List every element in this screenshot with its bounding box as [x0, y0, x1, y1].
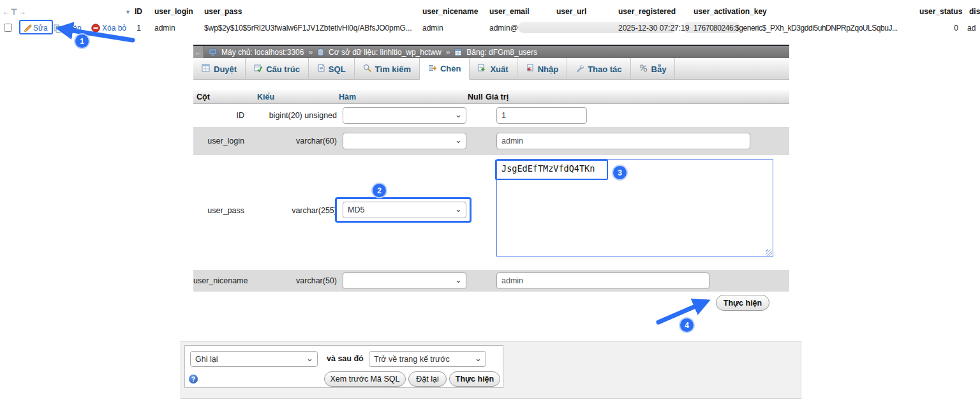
sort-desc-icon[interactable]: ▼: [125, 9, 131, 15]
insert-action-select-wrap: Ghi lại: [190, 351, 318, 367]
browse-table-icon: [202, 64, 210, 74]
structure-icon: [254, 64, 262, 74]
field-label: user_nicename: [193, 276, 244, 285]
col-header-user-status[interactable]: user_status: [919, 7, 962, 16]
import-icon: [526, 64, 534, 74]
edit-highlight-box: [19, 20, 53, 34]
field-type: varchar(255): [251, 206, 337, 215]
table-icon: [454, 48, 462, 56]
field-type: bigint(20) unsigned: [251, 111, 337, 120]
go-button[interactable]: Thực hiện: [716, 295, 769, 311]
field-label: ID: [193, 111, 244, 120]
triggers-icon: [639, 64, 648, 74]
delete-icon: [91, 24, 100, 34]
field-type: varchar(50): [251, 276, 337, 285]
wrench-icon: [575, 64, 584, 74]
breadcrumb-separator: »: [446, 48, 450, 57]
value-input-user-nicename[interactable]: [496, 272, 709, 289]
function-select-user-nicename[interactable]: [343, 272, 466, 289]
function-select-user-login[interactable]: [343, 133, 466, 149]
tab-search[interactable]: Tìm kiếm: [355, 58, 420, 80]
tab-structure[interactable]: Cấu trúc: [246, 58, 309, 80]
form-row-user-nicename: user_nicename varchar(50): [193, 270, 789, 292]
cell-user-registered: 2025-12-30 07:27:19: [618, 24, 689, 33]
delete-link[interactable]: Xóa bỏ: [102, 24, 126, 33]
field-label: user_login: [193, 137, 244, 145]
tab-triggers[interactable]: Bẫy: [631, 58, 676, 80]
password-text-highlight-box: [495, 160, 608, 180]
breadcrumb: ← Máy chủ: localhost:3306 » Cơ sở dữ liệ…: [193, 45, 789, 58]
cell-user-login: admin: [154, 24, 175, 33]
after-insert-select[interactable]: Trở về trang kế trước: [369, 351, 486, 367]
value-input-id[interactable]: [496, 107, 587, 124]
step-badge-3: 3: [613, 166, 627, 179]
col-header-user-registered[interactable]: user_registered: [618, 7, 676, 16]
export-icon: [478, 64, 486, 74]
field-label: user_pass: [193, 206, 244, 215]
insert-options-box: Ghi lại và sau đó Trở về trang kế trước …: [184, 345, 503, 388]
form-row-user-login: user_login varchar(60): [193, 127, 789, 155]
cell-id: 1: [132, 24, 141, 33]
back-arrow-button[interactable]: ←: [193, 46, 204, 58]
copy-link[interactable]: Chép: [63, 24, 82, 33]
tab-export[interactable]: Xuất: [470, 58, 517, 80]
after-insert-select-wrap: Trở về trang kế trước: [369, 351, 486, 367]
header-function[interactable]: Hàm: [339, 93, 356, 101]
function-select-wrap: [343, 272, 466, 289]
function-select-id[interactable]: [343, 107, 466, 124]
database-icon: [317, 48, 324, 56]
breadcrumb-server[interactable]: Máy chủ: localhost:3306: [221, 48, 304, 57]
tab-sql[interactable]: SQL: [309, 58, 355, 80]
form-row-id: ID bigint(20) unsigned: [193, 104, 789, 127]
cell-display-name: ad: [967, 24, 976, 33]
field-type: varchar(60): [251, 137, 337, 145]
reset-button[interactable]: Đặt lại: [408, 371, 447, 387]
cell-user-nicename: admin: [422, 24, 443, 33]
function-select-wrap: [343, 107, 466, 124]
md5-highlight-box: [335, 197, 471, 223]
breadcrumb-separator: »: [308, 48, 313, 57]
tab-import[interactable]: Nhập: [517, 58, 568, 80]
bottom-go-button[interactable]: Thực hiện: [449, 371, 500, 387]
header-type[interactable]: Kiểu: [257, 93, 274, 101]
cell-user-activation-key: 1767080246:$generic$_PXh_kD3gddi5uhDNPRp…: [694, 24, 898, 33]
col-header-id[interactable]: ID: [135, 7, 142, 16]
insert-options-panel: Ghi lại và sau đó Trở về trang kế trước …: [181, 341, 801, 399]
col-header-user-activation-key[interactable]: user_activation_key: [694, 7, 767, 16]
value-input-user-login[interactable]: [496, 133, 750, 149]
tab-insert[interactable]: Chèn: [420, 58, 470, 80]
column-nav-controls[interactable]: ←⊤→: [2, 7, 26, 17]
col-header-display-name[interactable]: dis: [969, 7, 980, 16]
search-icon: [363, 64, 371, 74]
textarea-resize-handle[interactable]: [766, 249, 772, 256]
col-header-user-login[interactable]: user_login: [154, 7, 193, 16]
insert-action-select[interactable]: Ghi lại: [190, 351, 318, 367]
sql-icon: [317, 64, 325, 74]
row-select-checkbox[interactable]: [4, 24, 12, 32]
server-icon: [209, 48, 217, 56]
function-select-wrap: [343, 133, 466, 149]
col-header-user-nicename[interactable]: user_nicename: [422, 7, 478, 16]
col-header-user-pass[interactable]: user_pass: [204, 7, 242, 16]
insert-form-header: Cột Kiểu Hàm Null Giá trị: [193, 90, 789, 104]
help-icon[interactable]: ?: [189, 375, 198, 383]
tab-bar: Duyệt Cấu trúc SQL Tìm kiếm Chèn Xuất Nh…: [193, 58, 789, 80]
col-header-user-email[interactable]: user_email: [489, 7, 530, 16]
breadcrumb-database[interactable]: Cơ sở dữ liệu: linhltio_wp_hctww: [329, 48, 442, 57]
header-value: Giá trị: [486, 93, 509, 101]
cell-user-status: 0: [951, 24, 958, 33]
tab-browse[interactable]: Duyệt: [193, 58, 246, 80]
header-column: Cột: [197, 93, 210, 101]
header-null: Null: [468, 93, 483, 101]
cell-user-pass: $wp$2y$10$5rRl2U3fwalw6F1JV1ZbtetlvHl0q/…: [204, 24, 412, 33]
and-then-label: và sau đó: [327, 354, 364, 363]
insert-panel: ← Máy chủ: localhost:3306 » Cơ sở dữ liệ…: [193, 45, 789, 292]
breadcrumb-table[interactable]: Bảng: dFGm8_users: [466, 48, 537, 57]
preview-sql-button[interactable]: Xem trước Mã SQL: [324, 371, 406, 387]
copy-icon: [54, 24, 61, 34]
col-header-user-url[interactable]: user_url: [556, 7, 586, 16]
tab-operations[interactable]: Thao tác: [567, 58, 630, 80]
step-badge-4: 4: [680, 318, 694, 332]
cell-user-email: admin@: [489, 24, 518, 33]
insert-icon: [428, 64, 436, 74]
